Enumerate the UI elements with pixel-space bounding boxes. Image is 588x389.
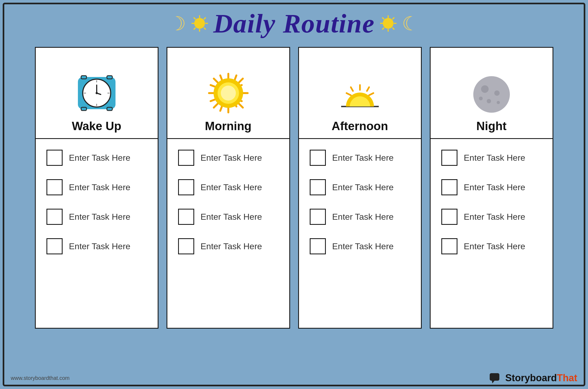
svg-rect-66 — [490, 373, 499, 381]
brand-icon — [489, 373, 503, 383]
brand-text: StoryboardThat — [505, 372, 577, 384]
footer-url: www.storyboardthat.com — [11, 375, 70, 381]
footer-brand: StoryboardThat — [489, 372, 577, 384]
svg-marker-67 — [492, 381, 495, 383]
outer-border — [3, 3, 585, 386]
footer: www.storyboardthat.com StoryboardThat — [11, 372, 577, 384]
